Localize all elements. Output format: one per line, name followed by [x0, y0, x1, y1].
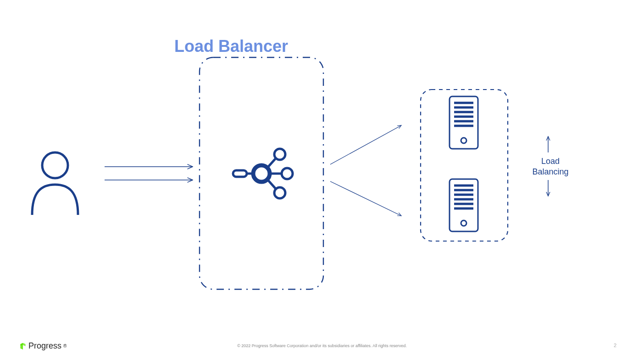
svg-rect-4: [233, 170, 247, 177]
svg-line-12: [330, 125, 401, 164]
brand-name: Progress: [28, 341, 61, 351]
lb-container-box: [200, 57, 323, 289]
arrow-lb-to-server1: [330, 125, 401, 164]
svg-point-8: [282, 168, 293, 179]
footer-copyright: © 2022 Progress Software Corporation and…: [237, 343, 407, 348]
page-number: 2: [614, 343, 616, 348]
svg-line-13: [330, 181, 401, 216]
diagram-canvas: [0, 0, 644, 360]
load-balancer-icon: [233, 149, 293, 198]
arrow-user-to-lb: [105, 167, 193, 180]
svg-rect-14: [450, 96, 478, 149]
server-icon-2: [450, 179, 478, 231]
svg-point-10: [274, 187, 285, 198]
brand-trademark: ®: [63, 343, 67, 349]
svg-point-3: [253, 165, 270, 182]
user-icon: [32, 152, 78, 215]
svg-point-29: [461, 220, 466, 226]
svg-line-7: [268, 158, 276, 167]
svg-point-0: [42, 152, 68, 178]
svg-line-11: [268, 180, 276, 189]
progress-mark-icon: [19, 343, 27, 350]
arrow-lb-to-server2: [330, 181, 401, 216]
brand-logo: Progress®: [19, 341, 67, 351]
svg-point-21: [461, 138, 466, 143]
server-icon-1: [450, 96, 478, 149]
svg-rect-22: [450, 179, 478, 231]
svg-point-6: [274, 149, 285, 160]
